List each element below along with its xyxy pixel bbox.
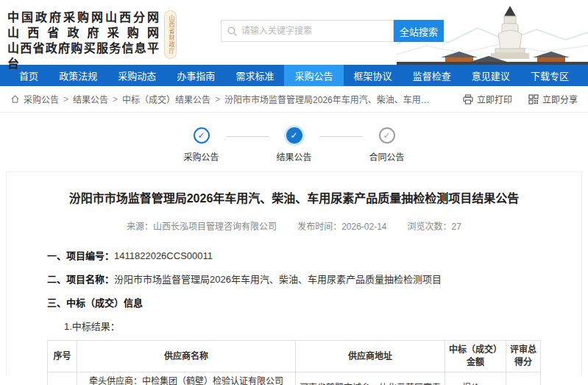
- column-header-serial-number: 序号: [48, 341, 77, 372]
- breadcrumb-separator: >: [113, 94, 118, 105]
- search-input[interactable]: [241, 26, 387, 36]
- breadcrumb-item-award-result-announcements[interactable]: 中标（成交）结果公告: [122, 93, 210, 105]
- share-button[interactable]: 立即分享: [528, 93, 578, 105]
- breadcrumb-item-current-page: 汾阳市市场监督管理局2026年车用汽、柴油、车用尿素产品质量抽检检测项目结果公告: [224, 93, 438, 105]
- cell-award-amount: 报价：1390800（元）: [445, 372, 506, 385]
- section-project-number: 一、项目编号：1411822026CCS00011: [47, 248, 581, 262]
- cell-supplier-name: 牵头供应商：中检集团（鹤壁）检验认证有限公司 投标联合体：中检集团（鹤壁）检验认…: [77, 372, 296, 385]
- check-circle-icon: ✓: [194, 127, 210, 144]
- nav-item-demand-standards[interactable]: 需求标准: [225, 65, 284, 86]
- step-contract-announcement[interactable]: ✓ 合同公告: [364, 127, 411, 163]
- announcement-stage-stepper: ✓ 采购公告 ✓ 结果公告 ✓ 合同公告: [0, 127, 588, 163]
- column-header-supplier-address: 供应商地址: [296, 341, 445, 372]
- step-result-announcement[interactable]: ✓ 结果公告: [271, 127, 318, 163]
- print-button[interactable]: 立即打印: [463, 93, 512, 105]
- section-project-name: 二、项目名称：汾阳市市场监督管理局2026年车用汽、柴油、车用尿素产品质量抽检检…: [47, 272, 581, 286]
- nav-item-feedback[interactable]: 意见建议: [461, 65, 520, 86]
- article-view-count: 浏览次数：27: [408, 219, 461, 232]
- cell-supplier-address: 河南省鹤壁市城乡一体化示范区富春江路与六盘山路交叉口人工智能产业园内: [296, 372, 445, 385]
- page-actions: 立即打印 立即分享: [447, 93, 578, 105]
- article-body: 一、项目编号：1411822026CCS00011 二、项目名称：汾阳市市场监督…: [47, 248, 581, 309]
- step-label: 结果公告: [276, 150, 311, 163]
- lead-supplier: 牵头供应商：中检集团（鹤壁）检验认证有限公司: [81, 375, 291, 385]
- award-result-table: 序号 供应商名称 供应商地址 中标（成交）金额 评审总得分 1 牵头供应商：中检…: [47, 340, 541, 385]
- nav-item-procurement-announcements[interactable]: 采购公告: [284, 65, 343, 86]
- check-circle-icon: ✓: [379, 127, 395, 144]
- breadcrumb-separator: >: [215, 94, 220, 105]
- site-header: 中国政府采购网山西分网 山西省政府采购网 山西省政府购买服务信息平台 山西省财政…: [0, 0, 588, 65]
- article-source: 来源：山西长泓项目管理咨询有限公司: [127, 219, 277, 232]
- step-procurement-announcement[interactable]: ✓ 采购公告: [178, 127, 225, 163]
- printer-icon: [463, 94, 473, 105]
- column-header-review-score: 评审总得分: [506, 341, 541, 372]
- section-award-info: 三、中标（成交）信息: [47, 295, 581, 309]
- nav-item-supervision[interactable]: 监督检查: [403, 65, 461, 86]
- check-circle-icon: ✓: [286, 127, 302, 144]
- nav-item-downloads[interactable]: 下载专区: [520, 65, 579, 86]
- search-box[interactable]: [221, 20, 394, 42]
- column-header-supplier-name: 供应商名称: [77, 341, 296, 372]
- logo-line-1: 中国政府采购网山西分网: [7, 10, 159, 25]
- announcement-article-card: 汾阳市市场监督管理局2026年车用汽、柴油、车用尿素产品质量抽检检测项目结果公告…: [6, 172, 582, 376]
- column-header-award-amount: 中标（成交）金额: [445, 341, 506, 372]
- cell-serial-number: 1: [48, 372, 77, 385]
- breadcrumb-item-procurement-announcements[interactable]: 采购公告: [24, 93, 59, 105]
- share-label: 立即分享: [542, 93, 578, 105]
- cell-review-score: 91.48: [506, 372, 541, 385]
- table-header-row: 序号 供应商名称 供应商地址 中标（成交）金额 评审总得分: [48, 341, 541, 372]
- step-label: 合同公告: [369, 150, 404, 163]
- finance-department-seal-badge: 山西省财政厅: [164, 10, 177, 59]
- step-label: 采购公告: [183, 150, 219, 163]
- logo-line-2: 山西省政府采购网: [7, 25, 159, 40]
- breadcrumb-separator: >: [63, 94, 68, 105]
- table-row: 1 牵头供应商：中检集团（鹤壁）检验认证有限公司 投标联合体：中检集团（鹤壁）检…: [48, 372, 541, 385]
- breadcrumb: 采购公告 > 结果公告 > 中标（成交）结果公告 > 汾阳市市场监督管理局202…: [10, 93, 438, 105]
- article-meta: 来源：山西长泓项目管理咨询有限公司 发布时间：2026-02-14 浏览次数：2…: [7, 219, 581, 232]
- print-label: 立即打印: [477, 93, 512, 105]
- nav-item-framework-agreements[interactable]: 框架协议: [344, 65, 403, 86]
- article-publish-date: 发布时间：2026-02-14: [297, 219, 386, 232]
- site-search-button[interactable]: 全站搜索: [394, 20, 444, 42]
- home-icon: [10, 94, 20, 104]
- page-title: 汾阳市市场监督管理局2026年车用汽、柴油、车用尿素产品质量抽检检测项目结果公告: [7, 188, 581, 206]
- breadcrumb-bar: 采购公告 > 结果公告 > 中标（成交）结果公告 > 汾阳市市场监督管理局202…: [0, 86, 588, 113]
- step-connector-line: [319, 136, 362, 137]
- step-connector-line: [227, 136, 269, 137]
- search-icon: [227, 27, 237, 36]
- site-logo-text: 中国政府采购网山西分网 山西省政府采购网 山西省政府购买服务信息平台: [7, 10, 159, 71]
- logo-line-3: 山西省政府购买服务信息平台: [7, 40, 159, 71]
- award-result-subheading: 1.中标结果：: [64, 319, 581, 333]
- qr-share-icon: [528, 94, 539, 105]
- breadcrumb-item-result-announcements[interactable]: 结果公告: [73, 93, 108, 105]
